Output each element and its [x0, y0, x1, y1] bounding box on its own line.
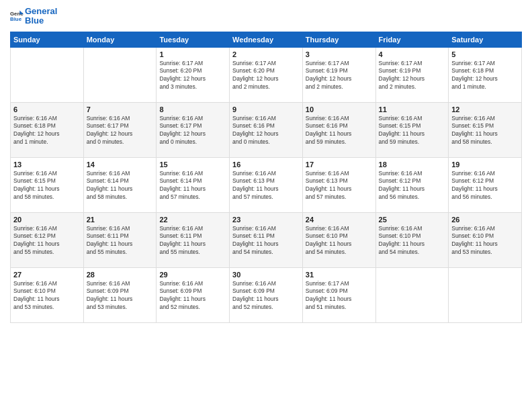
calendar-cell: 27Sunrise: 6:16 AM Sunset: 6:10 PM Dayli… [11, 267, 84, 322]
day-number: 19 [451, 161, 519, 169]
calendar-cell: 22Sunrise: 6:16 AM Sunset: 6:11 PM Dayli… [157, 212, 230, 267]
day-info: Sunrise: 6:16 AM Sunset: 6:14 PM Dayligh… [159, 170, 226, 202]
day-number: 31 [306, 271, 373, 279]
day-info: Sunrise: 6:16 AM Sunset: 6:12 PM Dayligh… [13, 225, 81, 257]
calendar-cell: 31Sunrise: 6:17 AM Sunset: 6:09 PM Dayli… [302, 267, 375, 322]
day-info: Sunrise: 6:17 AM Sunset: 6:19 PM Dayligh… [379, 60, 446, 92]
calendar-week-row: 1Sunrise: 6:17 AM Sunset: 6:20 PM Daylig… [11, 47, 522, 102]
calendar-week-row: 13Sunrise: 6:16 AM Sunset: 6:15 PM Dayli… [11, 157, 522, 212]
day-info: Sunrise: 6:16 AM Sunset: 6:16 PM Dayligh… [232, 115, 300, 147]
calendar-cell: 28Sunrise: 6:16 AM Sunset: 6:09 PM Dayli… [83, 267, 157, 322]
day-info: Sunrise: 6:16 AM Sunset: 6:11 PM Dayligh… [232, 225, 300, 257]
calendar-week-row: 6Sunrise: 6:16 AM Sunset: 6:18 PM Daylig… [11, 102, 522, 157]
day-number: 14 [87, 161, 154, 169]
day-info: Sunrise: 6:17 AM Sunset: 6:20 PM Dayligh… [232, 60, 300, 92]
day-info: Sunrise: 6:17 AM Sunset: 6:09 PM Dayligh… [306, 280, 373, 312]
calendar-cell: 5Sunrise: 6:17 AM Sunset: 6:18 PM Daylig… [449, 47, 522, 102]
day-number: 18 [379, 161, 446, 169]
calendar-cell: 26Sunrise: 6:16 AM Sunset: 6:10 PM Dayli… [449, 212, 522, 267]
weekday-header: Wednesday [230, 32, 303, 47]
day-number: 15 [159, 161, 226, 169]
day-number: 9 [232, 105, 300, 113]
day-info: Sunrise: 6:16 AM Sunset: 6:17 PM Dayligh… [159, 115, 226, 147]
calendar-cell: 14Sunrise: 6:16 AM Sunset: 6:14 PM Dayli… [83, 157, 157, 212]
day-info: Sunrise: 6:17 AM Sunset: 6:20 PM Dayligh… [159, 60, 226, 92]
calendar-cell: 30Sunrise: 6:16 AM Sunset: 6:09 PM Dayli… [230, 267, 303, 322]
calendar-cell: 11Sunrise: 6:16 AM Sunset: 6:15 PM Dayli… [375, 102, 449, 157]
calendar-cell [83, 47, 157, 102]
day-number: 6 [13, 105, 81, 113]
calendar-cell: 13Sunrise: 6:16 AM Sunset: 6:15 PM Dayli… [11, 157, 84, 212]
day-info: Sunrise: 6:16 AM Sunset: 6:13 PM Dayligh… [232, 170, 300, 202]
day-info: Sunrise: 6:16 AM Sunset: 6:16 PM Dayligh… [306, 115, 373, 147]
day-number: 3 [306, 50, 373, 58]
calendar-cell: 1Sunrise: 6:17 AM Sunset: 6:20 PM Daylig… [157, 47, 230, 102]
calendar-cell: 20Sunrise: 6:16 AM Sunset: 6:12 PM Dayli… [11, 212, 84, 267]
day-number: 7 [87, 105, 154, 113]
calendar-header-row: SundayMondayTuesdayWednesdayThursdayFrid… [11, 32, 522, 47]
calendar-cell: 8Sunrise: 6:16 AM Sunset: 6:17 PM Daylig… [157, 102, 230, 157]
day-info: Sunrise: 6:16 AM Sunset: 6:14 PM Dayligh… [87, 170, 154, 202]
day-number: 10 [306, 105, 373, 113]
calendar-cell: 10Sunrise: 6:16 AM Sunset: 6:16 PM Dayli… [302, 102, 375, 157]
calendar-cell: 6Sunrise: 6:16 AM Sunset: 6:18 PM Daylig… [11, 102, 84, 157]
weekday-header: Tuesday [157, 32, 230, 47]
svg-text:Blue: Blue [10, 16, 22, 22]
day-info: Sunrise: 6:16 AM Sunset: 6:10 PM Dayligh… [379, 225, 446, 257]
calendar-cell: 18Sunrise: 6:16 AM Sunset: 6:12 PM Dayli… [375, 157, 449, 212]
day-info: Sunrise: 6:16 AM Sunset: 6:15 PM Dayligh… [379, 115, 446, 147]
day-number: 29 [159, 271, 226, 279]
day-number: 27 [13, 271, 81, 279]
day-info: Sunrise: 6:16 AM Sunset: 6:12 PM Dayligh… [451, 170, 519, 202]
day-number: 26 [451, 216, 519, 224]
calendar-week-row: 27Sunrise: 6:16 AM Sunset: 6:10 PM Dayli… [11, 267, 522, 322]
day-number: 25 [379, 216, 446, 224]
day-info: Sunrise: 6:16 AM Sunset: 6:11 PM Dayligh… [87, 225, 154, 257]
calendar-cell: 9Sunrise: 6:16 AM Sunset: 6:16 PM Daylig… [230, 102, 303, 157]
calendar-cell: 4Sunrise: 6:17 AM Sunset: 6:19 PM Daylig… [375, 47, 449, 102]
day-info: Sunrise: 6:17 AM Sunset: 6:18 PM Dayligh… [451, 60, 519, 92]
day-number: 12 [451, 105, 519, 113]
day-info: Sunrise: 6:16 AM Sunset: 6:10 PM Dayligh… [306, 225, 373, 257]
day-info: Sunrise: 6:17 AM Sunset: 6:19 PM Dayligh… [306, 60, 373, 92]
logo-line2: Blue [25, 16, 57, 26]
calendar-cell [11, 47, 84, 102]
day-number: 21 [87, 216, 154, 224]
calendar-cell: 17Sunrise: 6:16 AM Sunset: 6:13 PM Dayli… [302, 157, 375, 212]
weekday-header: Sunday [11, 32, 84, 47]
day-info: Sunrise: 6:16 AM Sunset: 6:09 PM Dayligh… [232, 280, 300, 312]
day-info: Sunrise: 6:16 AM Sunset: 6:09 PM Dayligh… [159, 280, 226, 312]
day-number: 2 [232, 50, 300, 58]
calendar-cell: 19Sunrise: 6:16 AM Sunset: 6:12 PM Dayli… [449, 157, 522, 212]
day-info: Sunrise: 6:16 AM Sunset: 6:15 PM Dayligh… [451, 115, 519, 147]
day-number: 16 [232, 161, 300, 169]
day-number: 28 [87, 271, 154, 279]
calendar-cell: 21Sunrise: 6:16 AM Sunset: 6:11 PM Dayli… [83, 212, 157, 267]
calendar-cell [449, 267, 522, 322]
day-number: 23 [232, 216, 300, 224]
calendar-cell: 15Sunrise: 6:16 AM Sunset: 6:14 PM Dayli… [157, 157, 230, 212]
logo: General Blue General Blue [10, 7, 57, 26]
day-info: Sunrise: 6:16 AM Sunset: 6:11 PM Dayligh… [159, 225, 226, 257]
weekday-header: Thursday [302, 32, 375, 47]
calendar-cell: 29Sunrise: 6:16 AM Sunset: 6:09 PM Dayli… [157, 267, 230, 322]
calendar-cell: 16Sunrise: 6:16 AM Sunset: 6:13 PM Dayli… [230, 157, 303, 212]
calendar-cell: 24Sunrise: 6:16 AM Sunset: 6:10 PM Dayli… [302, 212, 375, 267]
calendar-table: SundayMondayTuesdayWednesdayThursdayFrid… [10, 32, 522, 323]
weekday-header: Monday [83, 32, 157, 47]
day-number: 11 [379, 105, 446, 113]
page: General Blue General Blue SundayMondayTu… [0, 0, 532, 411]
day-info: Sunrise: 6:16 AM Sunset: 6:10 PM Dayligh… [13, 280, 81, 312]
day-number: 20 [13, 216, 81, 224]
calendar-week-row: 20Sunrise: 6:16 AM Sunset: 6:12 PM Dayli… [11, 212, 522, 267]
day-number: 17 [306, 161, 373, 169]
logo-line1: General [25, 7, 57, 16]
day-number: 8 [159, 105, 226, 113]
day-info: Sunrise: 6:16 AM Sunset: 6:10 PM Dayligh… [451, 225, 519, 257]
weekday-header: Friday [375, 32, 449, 47]
day-info: Sunrise: 6:16 AM Sunset: 6:12 PM Dayligh… [379, 170, 446, 202]
day-info: Sunrise: 6:16 AM Sunset: 6:15 PM Dayligh… [13, 170, 81, 202]
day-info: Sunrise: 6:16 AM Sunset: 6:13 PM Dayligh… [306, 170, 373, 202]
calendar-cell [375, 267, 449, 322]
day-number: 1 [159, 50, 226, 58]
